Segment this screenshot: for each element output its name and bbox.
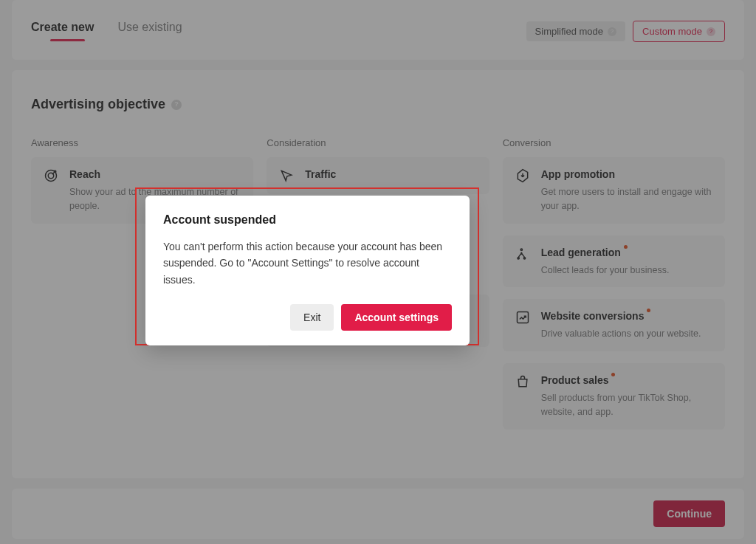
modal-actions: Exit Account settings — [163, 304, 452, 331]
suspended-modal: Account suspended You can't perform this… — [145, 196, 470, 345]
exit-button[interactable]: Exit — [290, 304, 334, 331]
modal-body: You can't perform this action because yo… — [163, 238, 452, 288]
account-settings-button[interactable]: Account settings — [341, 304, 452, 331]
modal-title: Account suspended — [163, 213, 452, 227]
